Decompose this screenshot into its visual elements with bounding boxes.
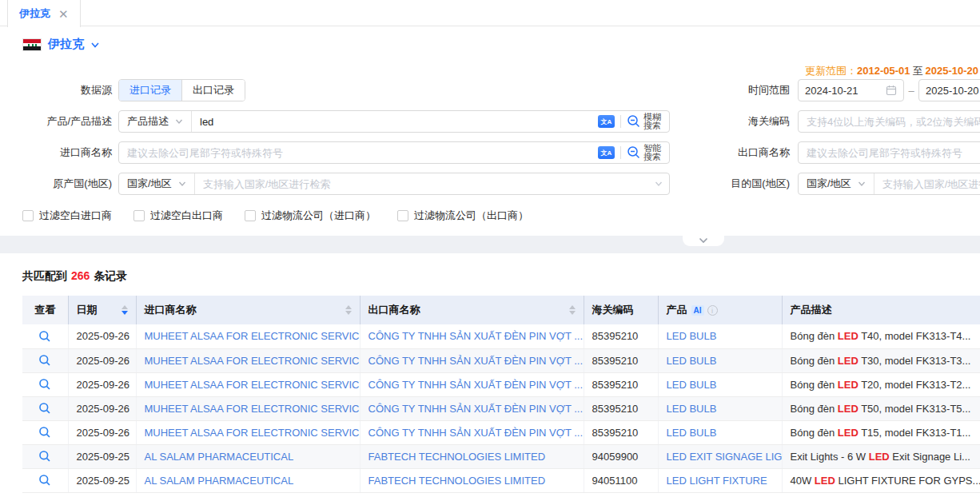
product-link[interactable]: LED BULB xyxy=(667,403,717,415)
exporter-link[interactable]: CÔNG TY TNHH SẢN XUẤT ĐÈN PIN VỢT ... xyxy=(368,330,584,342)
fuzzy-search-label: 模糊搜索 xyxy=(643,113,663,130)
view-record-button[interactable] xyxy=(38,354,51,367)
exporter-link[interactable]: CÔNG TY TNHH SẢN XUẤT ĐÈN PIN VỢT ... xyxy=(368,403,584,415)
cell-description: Bóng đèn LED T40, model FK313-T4... xyxy=(782,324,980,348)
desc-pre: Bóng đèn xyxy=(791,330,838,342)
view-record-button[interactable] xyxy=(38,450,51,463)
desc-post: Exit Signage Li... xyxy=(890,451,970,463)
col-hs-code: 海关编码 xyxy=(584,296,658,324)
checkbox-label: 过滤物流公司（出口商） xyxy=(414,209,528,223)
desc-highlight: LED xyxy=(838,403,858,415)
exporter-link[interactable]: FABTECH TECHNOLOGIES LIMITED xyxy=(368,451,546,463)
checkbox-filter-logistics-importer[interactable]: 过滤物流公司（进口商） xyxy=(245,209,376,223)
cell-description: Bóng đèn LED T50, model FK313-T5... xyxy=(782,396,980,420)
export-records-tab[interactable]: 出口记录 xyxy=(181,80,245,101)
destination-country-group: 国家/地区 xyxy=(798,173,980,195)
exporter-link[interactable]: CÔNG TY TNHH SẢN XUẤT ĐÈN PIN VỢT ... xyxy=(368,427,584,439)
table-row: 2025-09-26 MUHEET ALSAA FOR ELECTRONIC S… xyxy=(22,372,980,396)
calendar-icon xyxy=(886,85,897,96)
cell-hs-code: 85395210 xyxy=(584,372,658,396)
chevron-down-icon[interactable] xyxy=(655,180,663,188)
translate-icon[interactable]: 文A xyxy=(598,115,615,128)
importer-link[interactable]: MUHEET ALSAA FOR ELECTRONIC SERVICE... xyxy=(145,355,361,367)
desc-pre: 40W xyxy=(791,475,815,487)
filter-checkboxes: 过滤空白进口商 过滤空白出口商 过滤物流公司（进口商） 过滤物流公司（出口商） xyxy=(22,209,528,223)
import-records-tab[interactable]: 进口记录 xyxy=(119,80,181,101)
exporter-link[interactable]: FABTECH TECHNOLOGIES LIMITED xyxy=(368,475,546,487)
checkbox-filter-blank-importer[interactable]: 过滤空白进口商 xyxy=(22,209,112,223)
product-type-select[interactable]: 产品描述 xyxy=(119,111,192,132)
importer-link[interactable]: AL SALAM PHARMACEUTICAL xyxy=(145,451,294,463)
collapse-filters-handle[interactable] xyxy=(683,235,724,246)
hs-code-input[interactable] xyxy=(798,110,980,133)
origin-country-input[interactable] xyxy=(195,173,655,194)
origin-country-group: 国家/地区 xyxy=(118,173,670,195)
results-panel: 共匹配到266条记录 查看 日期 进口商名称 xyxy=(0,253,980,497)
panel-separator xyxy=(0,236,980,253)
desc-highlight: LED xyxy=(815,475,835,487)
sort-icon[interactable] xyxy=(122,305,128,315)
importer-link[interactable]: MUHEET ALSAA FOR ELECTRONIC SERVICE... xyxy=(145,330,361,342)
view-record-button[interactable] xyxy=(38,330,51,343)
table-row: 2025-09-26 MUHEET ALSAA FOR ELECTRONIC S… xyxy=(22,420,980,444)
translate-icon[interactable]: 文A xyxy=(598,146,615,159)
smart-search-button[interactable]: 智能搜索 xyxy=(627,144,663,161)
importer-link[interactable]: MUHEET ALSAA FOR ELECTRONIC SERVICE... xyxy=(145,427,361,439)
chevron-down-icon[interactable] xyxy=(90,40,100,50)
exporter-link[interactable]: CÔNG TY TNHH SẢN XUẤT ĐÈN PIN VỢT ... xyxy=(368,379,584,391)
product-search-input[interactable] xyxy=(192,111,595,132)
checkbox-label: 过滤空白出口商 xyxy=(150,209,223,223)
col-date[interactable]: 日期 xyxy=(68,296,136,324)
magnifier-icon xyxy=(38,402,51,415)
importer-link[interactable]: AL SALAM PHARMACEUTICAL xyxy=(145,475,294,487)
info-icon[interactable]: i xyxy=(707,305,718,316)
desc-post: T40, model FK313-T4... xyxy=(858,330,971,342)
view-record-button[interactable] xyxy=(38,378,51,391)
product-link[interactable]: LED BULB xyxy=(667,355,717,367)
date-end-input[interactable]: 2025-10-20 xyxy=(918,79,980,101)
product-link[interactable]: LED EXIT SIGNAGE LIG... xyxy=(667,451,783,463)
origin-country-select[interactable]: 国家/地区 xyxy=(119,173,195,194)
desc-highlight: LED xyxy=(838,379,858,391)
importer-link[interactable]: MUHEET ALSAA FOR ELECTRONIC SERVICE... xyxy=(145,403,361,415)
cell-date: 2025-09-25 xyxy=(68,468,136,492)
product-link[interactable]: LED BULB xyxy=(667,330,717,342)
magnifier-icon xyxy=(38,426,51,439)
divider xyxy=(620,146,621,159)
checkbox-filter-blank-exporter[interactable]: 过滤空白出口商 xyxy=(133,209,223,223)
close-icon[interactable]: ✕ xyxy=(58,8,69,20)
checkbox-icon xyxy=(22,210,34,221)
destination-country-input[interactable] xyxy=(874,173,980,194)
col-exporter[interactable]: 出口商名称 xyxy=(360,296,584,324)
importer-link[interactable]: MUHEET ALSAA FOR ELECTRONIC SERVICE... xyxy=(145,379,361,391)
destination-country-select[interactable]: 国家/地区 xyxy=(799,173,874,194)
cell-description: Exit Lights - 6 W LED Exit Signage Li... xyxy=(782,444,980,468)
tab-iraq[interactable]: 伊拉克 ✕ xyxy=(7,0,81,27)
country-name[interactable]: 伊拉克 xyxy=(48,37,84,52)
product-link[interactable]: LED BULB xyxy=(667,427,717,439)
cell-date: 2025-09-26 xyxy=(68,420,136,444)
view-record-button[interactable] xyxy=(38,402,51,415)
checkbox-filter-logistics-exporter[interactable]: 过滤物流公司（出口商） xyxy=(397,209,528,223)
checkbox-label: 过滤物流公司（进口商） xyxy=(261,209,376,223)
update-range: 更新范围：2012-05-01至2025-10-20 xyxy=(805,64,978,78)
view-record-button[interactable] xyxy=(38,474,51,487)
exporter-link[interactable]: CÔNG TY TNHH SẢN XUẤT ĐÈN PIN VỢT ... xyxy=(368,355,584,367)
desc-post: T20, model FK313-T2... xyxy=(858,379,971,391)
exporter-label: 出口商名称 xyxy=(678,141,790,164)
col-description: 产品描述 xyxy=(782,296,980,324)
data-source-toggle: 进口记录 出口记录 xyxy=(118,79,245,101)
date-range-separator: – xyxy=(904,85,918,97)
col-importer[interactable]: 进口商名称 xyxy=(136,296,360,324)
product-link[interactable]: LED BULB xyxy=(667,379,717,391)
view-record-button[interactable] xyxy=(38,426,51,439)
exporter-name-input[interactable] xyxy=(798,141,980,164)
importer-name-input[interactable] xyxy=(119,142,595,163)
product-link[interactable]: LED LIGHT FIXTURE xyxy=(667,475,767,487)
cell-description: Bóng đèn LED T15, model FK313-T1... xyxy=(782,420,980,444)
desc-pre: Exit Lights - 6 W xyxy=(791,451,869,463)
date-start-input[interactable]: 2024-10-21 xyxy=(798,79,904,101)
sort-icon[interactable] xyxy=(345,305,352,315)
fuzzy-search-button[interactable]: 模糊搜索 xyxy=(627,113,663,130)
sort-icon[interactable] xyxy=(569,305,576,315)
